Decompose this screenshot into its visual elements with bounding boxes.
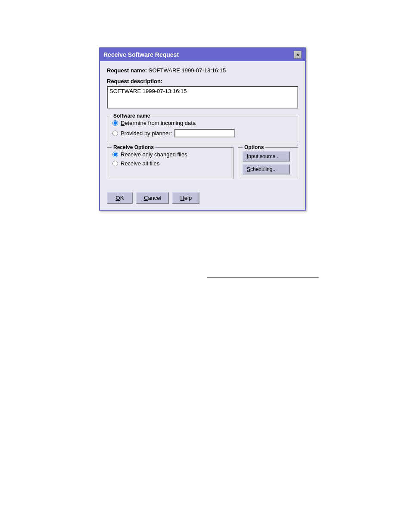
- footer-buttons: OK Cancel Help: [107, 190, 298, 204]
- horizontal-divider: [207, 277, 319, 278]
- dialog-title: Receive Software Request: [103, 51, 179, 58]
- receive-software-request-dialog: Receive Software Request × Request name:…: [99, 47, 306, 211]
- request-desc-label: Request description:: [107, 78, 298, 84]
- software-name-legend: Software name: [112, 113, 152, 119]
- radio-provided-row: Provided by planner:: [112, 129, 293, 137]
- radio-changed-files-row: Receive only changed files: [112, 151, 228, 158]
- request-name-label: Request name:: [107, 67, 147, 74]
- request-name-value: SOFTWARE 1999-07-13:16:15: [149, 67, 226, 74]
- request-name-row: Request name: SOFTWARE 1999-07-13:16:15: [107, 67, 298, 74]
- radio-provided-underline: P: [121, 130, 125, 137]
- help-button[interactable]: Help: [172, 192, 199, 204]
- radio-determine-underline: D: [121, 120, 125, 126]
- bottom-section: Receive Options Receive only changed fil…: [107, 147, 298, 184]
- radio-changed-files-underline: R: [121, 151, 125, 158]
- dialog-titlebar: Receive Software Request ×: [100, 48, 305, 61]
- ok-button[interactable]: OK: [107, 192, 133, 204]
- radio-all-files-underline: l: [146, 160, 147, 167]
- scheduling-button[interactable]: Scheduling...: [243, 164, 290, 174]
- radio-provided-label: Provided by planner:: [121, 130, 172, 137]
- receive-options-legend: Receive Options: [112, 144, 156, 150]
- radio-determine[interactable]: [112, 120, 118, 126]
- radio-determine-label: Determine from incoming data: [121, 120, 196, 126]
- dialog-container: Receive Software Request × Request name:…: [99, 47, 306, 211]
- radio-determine-row: Determine from incoming data: [112, 120, 293, 126]
- request-description-section: Request description: <span class="select…: [107, 78, 298, 110]
- planner-input[interactable]: [174, 129, 235, 137]
- radio-changed-files-label: Receive only changed files: [121, 151, 187, 158]
- input-source-button[interactable]: Input source...: [243, 151, 290, 162]
- receive-options-group: Receive Options Receive only changed fil…: [107, 147, 234, 179]
- software-name-group: Software name Determine from incoming da…: [107, 116, 298, 142]
- radio-all-files-label: Receive all files: [121, 160, 159, 167]
- radio-provided[interactable]: [112, 131, 118, 136]
- request-desc-input[interactable]: <span class="selected-text">SOFTWARE 199…: [107, 86, 298, 109]
- options-group: Options Input source... Scheduling...: [238, 147, 298, 179]
- radio-all-files[interactable]: [112, 161, 118, 166]
- dialog-body: Request name: SOFTWARE 1999-07-13:16:15 …: [100, 61, 305, 210]
- cancel-button[interactable]: Cancel: [136, 192, 169, 204]
- options-legend: Options: [243, 144, 265, 150]
- close-button[interactable]: ×: [294, 51, 302, 59]
- radio-all-files-row: Receive all files: [112, 160, 228, 167]
- radio-changed-files[interactable]: [112, 152, 118, 157]
